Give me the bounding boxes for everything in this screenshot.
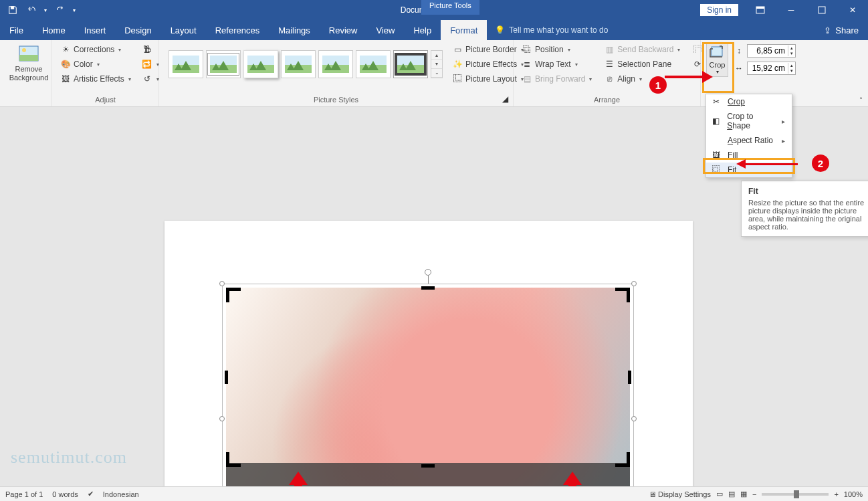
artistic-effects-button[interactable]: 🖼Artistic Effects▾: [58, 72, 134, 86]
lightbulb-icon: 💡: [495, 25, 505, 35]
position-button[interactable]: ⿻Position▾: [519, 43, 594, 56]
view-read-mode-icon[interactable]: ▭: [716, 490, 723, 498]
style-thumb-framed[interactable]: [206, 50, 241, 78]
color-icon: 🎨: [60, 59, 71, 70]
corrections-button[interactable]: ☀Corrections▾: [58, 43, 134, 56]
piclayout-icon: ⿺: [452, 74, 463, 84]
ribbon-display-options-icon[interactable]: [745, 0, 776, 20]
wrap-text-button[interactable]: ≣Wrap Text▾: [519, 58, 594, 71]
qat-customize-icon[interactable]: ▾: [70, 1, 79, 19]
crop-handle-right[interactable]: [628, 371, 631, 384]
tab-review[interactable]: Review: [320, 20, 367, 40]
style-thumb-blackframe[interactable]: [393, 50, 428, 78]
crop-handle-top[interactable]: [421, 286, 435, 290]
crop-handle-br[interactable]: [615, 452, 630, 467]
reset-picture-button[interactable]: ↺▾: [139, 72, 162, 86]
color-button[interactable]: 🎨Color▾: [58, 58, 134, 71]
zoom-slider[interactable]: [762, 493, 829, 496]
crop-handle-left[interactable]: [225, 371, 228, 384]
title-bar: ▾ ▾ Document1 - Word Picture Tools Sign …: [0, 0, 868, 20]
compress-pictures-button[interactable]: 🗜: [139, 43, 162, 56]
tab-help[interactable]: Help: [404, 20, 441, 40]
status-language[interactable]: Indonesian: [103, 490, 139, 498]
tooltip-fit: Fit Resize the picture so that the entir…: [741, 181, 868, 237]
callout-2: 2: [812, 155, 829, 172]
close-icon[interactable]: ✕: [837, 0, 868, 20]
zoom-level[interactable]: 100%: [844, 490, 863, 498]
selection-pane-icon: ☰: [604, 59, 615, 70]
height-value[interactable]: [748, 45, 788, 56]
proofing-icon[interactable]: ✔: [88, 490, 94, 498]
style-thumb-shadow[interactable]: [243, 50, 278, 78]
crop-handle-bottom[interactable]: [421, 464, 435, 468]
crop-handle-tr[interactable]: [615, 288, 630, 302]
tab-view[interactable]: View: [366, 20, 404, 40]
style-thumb-softedge[interactable]: [318, 50, 353, 78]
tooltip-title: Fit: [748, 187, 867, 196]
share-button[interactable]: ⇪ Share: [815, 20, 868, 40]
minimize-icon[interactable]: ─: [776, 0, 806, 20]
menu-item-aspect-ratio[interactable]: Aspect Ratio▸: [706, 133, 792, 148]
zoom-slider-thumb[interactable]: [794, 490, 799, 498]
tab-insert[interactable]: Insert: [75, 20, 116, 40]
style-gallery-more[interactable]: ▴▾⌄: [431, 50, 443, 78]
selected-picture[interactable]: [226, 284, 630, 486]
style-thumb-simple[interactable]: [169, 50, 203, 78]
svg-rect-2: [756, 7, 764, 9]
status-page[interactable]: Page 1 of 1: [5, 490, 43, 498]
save-icon[interactable]: [4, 1, 21, 19]
resize-handle-r[interactable]: [631, 416, 637, 421]
svg-point-6: [22, 48, 26, 52]
svg-rect-3: [819, 7, 825, 13]
crop-handle-bl[interactable]: [226, 452, 241, 467]
width-value[interactable]: [748, 63, 788, 74]
signin-button[interactable]: Sign in: [700, 4, 738, 16]
display-settings-button[interactable]: 🖥 Display Settings: [649, 490, 711, 498]
width-input[interactable]: ▴▾: [747, 62, 796, 75]
selection-pane-button[interactable]: ☰Selection Pane: [601, 58, 683, 71]
menu-item-crop[interactable]: ✂Crop: [706, 94, 792, 109]
resize-handle-tl[interactable]: [219, 281, 225, 286]
zoom-in-button[interactable]: +: [834, 490, 838, 498]
send-backward-button[interactable]: ▥Send Backward▾: [601, 43, 683, 56]
tab-mailings[interactable]: Mailings: [269, 20, 320, 40]
view-web-layout-icon[interactable]: ▦: [740, 490, 747, 498]
tab-format[interactable]: Format: [441, 20, 487, 40]
collapse-ribbon-icon[interactable]: ˄: [859, 96, 863, 104]
resize-handle-tr[interactable]: [631, 281, 637, 286]
tab-layout[interactable]: Layout: [161, 20, 206, 40]
tell-me-search[interactable]: 💡 Tell me what you want to do: [487, 20, 616, 40]
watermark: semutimut.com: [11, 447, 127, 468]
align-button[interactable]: ⎚Align▾: [601, 72, 683, 86]
corrections-icon: ☀: [60, 44, 71, 55]
remove-background-button[interactable]: Remove Background: [5, 43, 52, 84]
resize-handle-l[interactable]: [219, 416, 225, 421]
shape-icon: ◧: [710, 116, 722, 126]
send-backward-icon: ▥: [604, 44, 615, 55]
status-words[interactable]: 0 words: [52, 490, 78, 498]
change-picture-button[interactable]: 🔁▾: [139, 58, 162, 71]
tab-design[interactable]: Design: [115, 20, 160, 40]
width-icon: ↔: [734, 63, 744, 74]
maximize-icon[interactable]: [806, 0, 837, 20]
crop-handle-tl[interactable]: [226, 288, 241, 302]
undo-more-icon[interactable]: ▾: [41, 1, 49, 19]
tab-file[interactable]: File: [0, 20, 33, 40]
group-label-adjust: Adjust: [58, 94, 153, 106]
undo-icon[interactable]: [23, 1, 40, 19]
tab-home[interactable]: Home: [33, 20, 75, 40]
fill-icon: 🖼: [710, 151, 722, 160]
zoom-out-button[interactable]: −: [752, 490, 756, 498]
tab-references[interactable]: References: [206, 20, 269, 40]
bring-forward-button[interactable]: ▤Bring Forward▾: [519, 72, 594, 86]
height-input[interactable]: ▴▾: [747, 44, 796, 58]
menu-item-crop-to-shape[interactable]: ◧Crop to Shape▸: [706, 109, 792, 133]
redo-icon[interactable]: [51, 1, 68, 19]
rotation-handle[interactable]: [425, 269, 431, 276]
group-label-picture-styles: Picture Styles: [165, 94, 508, 106]
style-thumb-reflection[interactable]: [281, 50, 316, 78]
style-thumb-bevel[interactable]: [356, 50, 391, 78]
menu-item-fill[interactable]: 🖼Fill: [706, 148, 792, 163]
picture-styles-launcher-icon[interactable]: ◢: [502, 94, 510, 102]
view-print-layout-icon[interactable]: ▤: [728, 490, 735, 498]
